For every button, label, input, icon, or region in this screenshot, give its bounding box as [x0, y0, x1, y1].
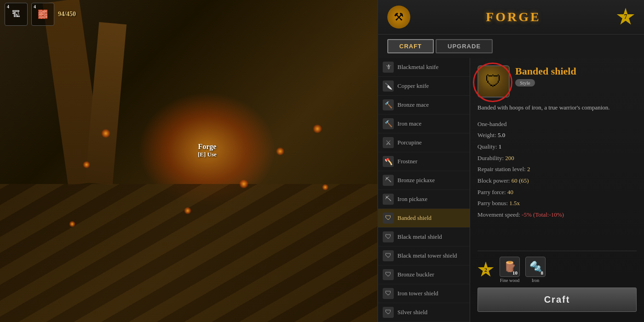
list-item-iron-mace[interactable]: 🔨 Iron mace: [378, 115, 470, 133]
label-black-metal-shield: Black metal shield: [397, 233, 442, 241]
torch-glow-6: [184, 207, 191, 214]
forge-level-number: 7: [624, 13, 627, 21]
label-black-metal-tower-shield: Black metal tower shield: [397, 252, 457, 259]
list-item-silver-shield[interactable]: 🛡 Silver shield: [378, 303, 470, 322]
item-description: Banded with hoops of iron, a true warrio…: [477, 103, 637, 112]
label-bronze-mace: Bronze mace: [397, 101, 429, 109]
stat-repair-station: Repair station level: 2: [477, 164, 637, 175]
stat-block-power: Block power: 60 (65): [477, 175, 637, 187]
ingredient-fine-wood: 🪵 10 Fine wood: [500, 257, 520, 283]
label-iron-tower-shield: Iron tower shield: [397, 290, 438, 297]
icon-blackmetal-knife: 🗡: [383, 62, 394, 73]
label-banded-shield: Banded shield: [397, 214, 431, 222]
style-badge[interactable]: Style: [515, 79, 535, 86]
list-item-black-metal-shield[interactable]: 🛡 Black metal shield: [378, 228, 470, 247]
floor-planks: [0, 184, 377, 322]
world-forge-label: Forge [E] Use: [198, 143, 217, 158]
icon-iron-mace: 🔨: [383, 118, 394, 129]
ingredient-iron-label: Iron: [532, 278, 540, 283]
forge-icon: ⚒: [387, 6, 410, 29]
item-name: Banded shield: [515, 65, 637, 77]
list-item-bronze-mace[interactable]: 🔨 Bronze mace: [378, 96, 470, 115]
tab-craft[interactable]: CRAFT: [387, 39, 434, 53]
hud-item-2-count: 4: [34, 4, 36, 9]
torch-glow-5: [69, 221, 75, 227]
torch-glow-3: [276, 147, 284, 155]
torch-glow-8: [322, 184, 328, 190]
torch-glow-7: [239, 179, 248, 189]
ingredient-iron: 🔩 8 Iron: [525, 257, 546, 283]
torch-glow-2: [83, 161, 90, 168]
item-list[interactable]: 🗡 Blackmetal knife 🔪 Copper knife 🔨 Bron…: [378, 58, 470, 322]
ingredient-fine-wood-icon: 🪵 10: [500, 257, 520, 277]
item-stats: One-handed Weight: 5.0 Quality: 1 Durabi…: [477, 119, 637, 251]
hud-item-1-count: 4: [7, 4, 9, 9]
item-image: 🛡: [477, 65, 510, 98]
ingredient-iron-icon: 🔩 8: [525, 257, 546, 277]
forge-header: ⚒ FORGE 7: [378, 0, 644, 34]
icon-iron-tower-shield: 🛡: [383, 288, 394, 299]
game-background: 4 🏗 4 🧱 94/450 Forge [E] Use: [0, 0, 377, 322]
craft-requirements: 2 🪵 10 Fine wood 🔩 8 Iron: [477, 251, 637, 283]
stat-durability: Durability: 200: [477, 153, 637, 164]
icon-bronze-mace: 🔨: [383, 99, 394, 110]
craft-button[interactable]: Craft: [477, 288, 637, 312]
ingredient-fine-wood-count: 10: [512, 270, 518, 276]
icon-frostner: 🪓: [383, 156, 394, 167]
icon-porcupine: ⚔: [383, 137, 394, 148]
label-silver-shield: Silver shield: [397, 309, 427, 316]
forge-content-area: 🗡 Blackmetal knife 🔪 Copper knife 🔨 Bron…: [378, 58, 644, 322]
item-header: 🛡 Banded shield Style: [477, 65, 637, 98]
icon-bronze-pickaxe: ⛏: [383, 175, 394, 186]
ingredient-fine-wood-label: Fine wood: [500, 278, 520, 283]
quality-number: 2: [484, 266, 487, 273]
label-porcupine: Porcupine: [397, 139, 422, 146]
stat-parry-force: Parry force: 40: [477, 187, 637, 198]
hud-resource-count: 94/450: [58, 11, 76, 18]
stat-one-handed: One-handed: [477, 119, 637, 130]
tab-upgrade[interactable]: UPGRADE: [436, 39, 493, 53]
icon-banded-shield: 🛡: [383, 213, 394, 224]
list-item-porcupine[interactable]: ⚔ Porcupine: [378, 133, 470, 152]
torch-glow-1: [101, 129, 110, 138]
list-item-banded-shield[interactable]: 🛡 Banded shield: [378, 209, 470, 228]
hud-item-2[interactable]: 4 🧱: [31, 3, 54, 26]
icon-iron-pickaxe: ⛏: [383, 194, 394, 205]
label-frostner: Frostner: [397, 158, 417, 165]
forge-world-title: Forge: [198, 143, 217, 151]
quality-star: 2: [477, 262, 494, 278]
list-item-blackmetal-knife[interactable]: 🗡 Blackmetal knife: [378, 58, 470, 77]
stat-quality: Quality: 1: [477, 141, 637, 153]
label-bronze-pickaxe: Bronze pickaxe: [397, 177, 435, 184]
forge-tabs: CRAFT UPGRADE: [378, 34, 644, 58]
stat-weight: Weight: 5.0: [477, 130, 637, 141]
label-blackmetal-knife: Blackmetal knife: [397, 63, 438, 71]
label-bronze-buckler: Bronze buckler: [397, 271, 434, 278]
forge-title: FORGE: [486, 10, 541, 24]
stat-movement-speed: Movement speed: -5% (Total:-10%): [477, 209, 637, 221]
list-item-iron-tower-shield[interactable]: 🛡 Iron tower shield: [378, 284, 470, 303]
label-iron-mace: Iron mace: [397, 120, 421, 127]
icon-bronze-buckler: 🛡: [383, 269, 394, 280]
list-item-copper-knife[interactable]: 🔪 Copper knife: [378, 77, 470, 96]
icon-black-metal-tower-shield: 🛡: [383, 250, 394, 261]
label-copper-knife: Copper knife: [397, 82, 429, 90]
item-detail-panel: 🛡 Banded shield Style Banded with hoops …: [470, 58, 644, 322]
forge-panel: ⚒ FORGE 7 CRAFT UPGRADE 🗡 Blackmetal kni…: [377, 0, 644, 322]
icon-copper-knife: 🔪: [383, 80, 394, 92]
ingredient-iron-count: 8: [541, 270, 544, 276]
list-item-iron-pickaxe[interactable]: ⛏ Iron pickaxe: [378, 190, 470, 209]
label-iron-pickaxe: Iron pickaxe: [397, 196, 427, 203]
icon-silver-shield: 🛡: [383, 307, 394, 318]
torch-glow-4: [313, 124, 322, 133]
item-title-area: Banded shield Style: [515, 65, 637, 86]
list-item-bronze-pickaxe[interactable]: ⛏ Bronze pickaxe: [378, 171, 470, 190]
list-item-bronze-buckler[interactable]: 🛡 Bronze buckler: [378, 265, 470, 284]
list-item-black-metal-tower-shield[interactable]: 🛡 Black metal tower shield: [378, 247, 470, 265]
stat-parry-bonus: Parry bonus: 1.5x: [477, 198, 637, 209]
hud-top-bar: 4 🏗 4 🧱 94/450: [0, 0, 80, 29]
forge-use-hint: [E] Use: [198, 151, 217, 158]
list-item-frostner[interactable]: 🪓 Frostner: [378, 152, 470, 171]
hud-item-1[interactable]: 4 🏗: [5, 3, 28, 26]
forge-level-badge: 7: [616, 8, 635, 26]
